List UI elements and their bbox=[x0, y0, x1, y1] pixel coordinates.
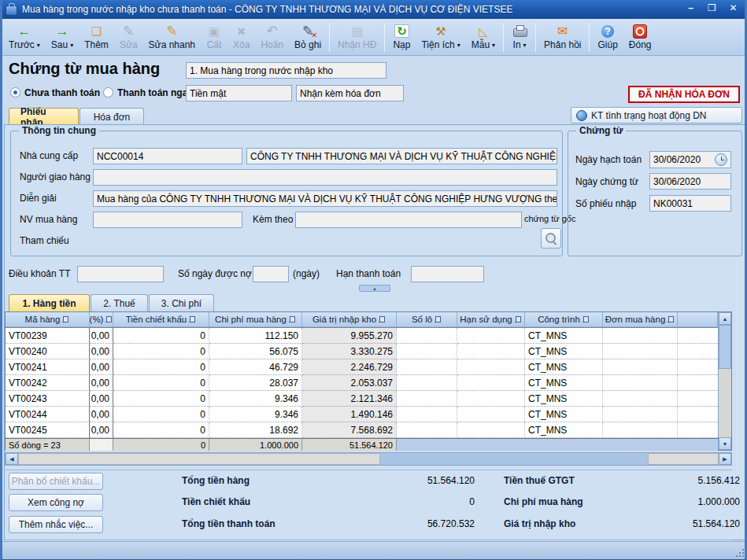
magnifier-icon bbox=[544, 231, 558, 245]
collapse-header-button[interactable] bbox=[359, 285, 390, 292]
supplier-label: Nhà cung cấp bbox=[20, 150, 78, 161]
pin-icon[interactable] bbox=[189, 316, 196, 323]
chevron-down-icon[interactable] bbox=[37, 42, 40, 49]
scroll-left-icon[interactable]: ◀ bbox=[6, 453, 18, 465]
tab-hang-tien[interactable]: 1. Hàng tiền bbox=[9, 294, 90, 311]
tab-chi-phi[interactable]: 3. Chi phí bbox=[149, 294, 214, 311]
attach-input[interactable] bbox=[295, 212, 522, 228]
toolbar-button[interactable]: Thêm bbox=[79, 20, 114, 54]
doc-date-input[interactable]: 30/06/2020 bbox=[649, 173, 731, 190]
description-input[interactable]: Mua hàng của CÔNG TY TNHH THƯƠNG MẠI VÀ … bbox=[93, 190, 557, 207]
chevron-down-icon[interactable] bbox=[70, 42, 73, 49]
toolbar-button[interactable]: Nhận HĐ bbox=[332, 20, 382, 54]
toolbar-button[interactable]: Nạp bbox=[387, 20, 416, 54]
toolbar-button[interactable]: Sửa bbox=[114, 20, 143, 54]
scroll-down-icon[interactable]: ▼ bbox=[719, 437, 731, 450]
toolbar-button-label: Nhận HĐ bbox=[338, 39, 376, 50]
buyer-input[interactable] bbox=[93, 212, 242, 228]
supplier-code-input[interactable]: NCC00014 bbox=[93, 148, 242, 164]
minimize-button[interactable]: – bbox=[680, 0, 701, 15]
tab-phieu-nhap[interactable]: Phiếu nhập bbox=[9, 108, 79, 125]
horizontal-scroll-block[interactable] bbox=[648, 453, 719, 465]
due-date-input[interactable] bbox=[411, 266, 484, 282]
cell-chi-phi-mua-hang: 9.346 bbox=[209, 391, 302, 407]
receipt-no-input[interactable]: NK00031 bbox=[649, 195, 731, 212]
col-so-lo[interactable]: Số lô bbox=[397, 312, 457, 327]
radio-unpaid[interactable]: Chưa thanh toán bbox=[10, 87, 100, 98]
col-chi-phi-mua-hang[interactable]: Chi phí mua hàng bbox=[209, 312, 302, 327]
pin-icon[interactable] bbox=[667, 316, 675, 323]
table-row[interactable]: VT00241 0,00 0 46.729 2.246.729 CT_MNS bbox=[6, 359, 718, 375]
invoice-receive-input[interactable]: Nhận kèm hóa đơn bbox=[296, 85, 404, 101]
payment-method-input[interactable]: Tiền mặt bbox=[186, 85, 292, 101]
toolbar-button[interactable]: Đóng bbox=[623, 20, 657, 54]
tab-hoa-don[interactable]: Hóa đơn bbox=[80, 108, 144, 125]
reference-lookup-button[interactable] bbox=[541, 228, 561, 249]
tab-thue[interactable]: 2. Thuế bbox=[91, 294, 148, 311]
toolbar-button[interactable]: Bỏ ghi bbox=[289, 20, 327, 54]
window-title: Mua hàng trong nước nhập kho chưa thanh … bbox=[22, 4, 512, 15]
debt-days-input[interactable] bbox=[253, 266, 289, 282]
toolbar-button[interactable]: Mẫu bbox=[466, 20, 501, 54]
toolbar-button[interactable]: Hoãn bbox=[255, 20, 289, 54]
vertical-scroll-thumb[interactable] bbox=[719, 325, 731, 369]
resize-grip[interactable] bbox=[734, 547, 744, 557]
chevron-down-icon[interactable] bbox=[457, 42, 460, 49]
toolbar-button[interactable]: Giúp bbox=[592, 20, 623, 54]
vertical-scrollbar[interactable]: ▲ ▼ bbox=[718, 312, 731, 450]
toolbar-button[interactable]: Trước bbox=[3, 20, 46, 54]
col-han-su-dung[interactable]: Hạn sử dụng bbox=[457, 312, 525, 327]
scroll-up-icon[interactable]: ▲ bbox=[719, 312, 731, 325]
col-gia-tri-nhap-kho[interactable]: Giá trị nhập kho bbox=[302, 312, 397, 327]
pin-icon[interactable] bbox=[435, 316, 442, 323]
date-picker-icon[interactable] bbox=[715, 153, 727, 166]
radio-pay-now-icon[interactable] bbox=[103, 87, 113, 98]
col-ma-hang[interactable]: Mã hàng bbox=[6, 312, 90, 327]
cell-ma-hang: VT00244 bbox=[6, 407, 90, 422]
posting-date-input[interactable]: 30/06/2020 bbox=[649, 151, 731, 168]
cell-don-mua-hang bbox=[603, 375, 678, 391]
maximize-button[interactable]: ❒ bbox=[701, 0, 723, 15]
radio-pay-now[interactable]: Thanh toán ngay bbox=[103, 87, 193, 98]
col-pct[interactable]: (%) bbox=[90, 312, 113, 327]
table-row[interactable]: VT00242 0,00 0 28.037 2.053.037 CT_MNS bbox=[6, 375, 718, 391]
horizontal-scrollbar[interactable]: ◀ ▶ bbox=[5, 452, 732, 466]
chevron-down-icon[interactable] bbox=[492, 42, 495, 49]
pin-icon[interactable] bbox=[105, 316, 113, 323]
view-debt-button[interactable]: Xem công nợ bbox=[9, 494, 103, 511]
pin-icon[interactable] bbox=[379, 316, 386, 323]
deliverer-input[interactable] bbox=[93, 169, 557, 186]
add-reminder-button[interactable]: Thêm nhắc việc... bbox=[9, 516, 103, 533]
col-don-mua-hang[interactable]: Đơn mua hàng bbox=[603, 312, 678, 327]
toolbar-button[interactable]: Tiện ích bbox=[416, 20, 465, 54]
kt-status-button[interactable]: KT tình trạng hoạt động DN bbox=[571, 107, 742, 123]
table-row[interactable]: VT00240 0,00 0 56.075 3.330.275 CT_MNS bbox=[6, 344, 718, 359]
close-button[interactable]: ✕ bbox=[723, 0, 744, 15]
pin-icon[interactable] bbox=[289, 316, 296, 323]
cell-so-lo bbox=[397, 344, 457, 359]
supplier-name-input[interactable]: CÔNG TY TNHH THƯƠNG MẠI VÀ DỊCH VỤ KỸ TH… bbox=[246, 148, 557, 164]
document-type-input[interactable]: 1. Mua hàng trong nước nhập kho bbox=[186, 62, 386, 79]
table-row[interactable]: VT00239 0,00 0 112.150 9.955.270 CT_MNS bbox=[6, 328, 718, 344]
chevron-down-icon[interactable] bbox=[523, 42, 527, 49]
toolbar-button[interactable]: Sau bbox=[46, 20, 79, 54]
toolbar-button[interactable]: Cất bbox=[201, 20, 227, 54]
toolbar-button[interactable]: Phản hồi bbox=[538, 20, 586, 54]
toolbar-button[interactable]: In bbox=[506, 20, 533, 54]
radio-unpaid-icon[interactable] bbox=[10, 87, 20, 98]
grid-footer-row: Số dòng = 23 0 1.000.000 51.564.120 bbox=[6, 438, 718, 451]
pin-icon[interactable] bbox=[515, 316, 522, 323]
col-cong-trinh[interactable]: Công trình bbox=[525, 312, 603, 327]
allocate-discount-button[interactable]: Phân bổ chiết khấu... bbox=[9, 473, 103, 490]
toolbar-button[interactable]: Xóa bbox=[227, 20, 255, 54]
toolbar-button[interactable]: Sửa nhanh bbox=[143, 20, 201, 54]
payment-terms-input[interactable] bbox=[77, 266, 164, 282]
scroll-right-icon[interactable]: ▶ bbox=[719, 453, 731, 465]
col-tien-chiet-khau[interactable]: Tiền chiết khấu bbox=[113, 312, 209, 327]
table-row[interactable]: VT00244 0,00 0 9.346 1.490.146 CT_MNS bbox=[6, 407, 718, 422]
horizontal-scroll-thumb[interactable] bbox=[18, 453, 380, 465]
pin-icon[interactable] bbox=[582, 316, 590, 323]
pin-icon[interactable] bbox=[62, 316, 69, 323]
table-row[interactable]: VT00243 0,00 0 9.346 2.121.346 CT_MNS bbox=[6, 391, 718, 407]
table-row[interactable]: VT00245 0,00 0 18.692 7.568.692 CT_MNS bbox=[6, 422, 718, 438]
